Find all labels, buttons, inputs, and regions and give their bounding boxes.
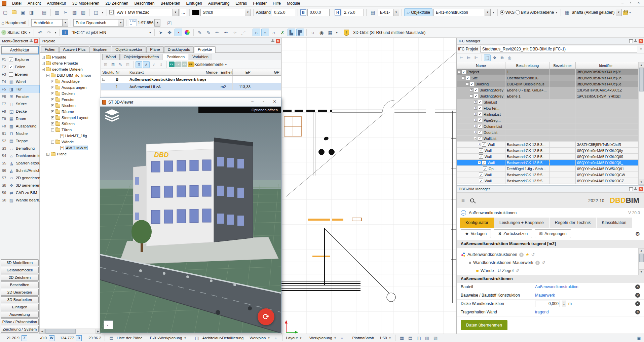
expander-icon[interactable]: +	[42, 56, 45, 59]
expander-icon[interactable]: −	[51, 141, 54, 144]
tab-regeln-der-technik[interactable]: Regeln der Technik	[550, 218, 596, 228]
detail-combo[interactable]: Architektur-Detaillierung Werkplan ▾	[202, 336, 270, 340]
chevron-down-icon[interactable]: ▼	[173, 9, 178, 16]
chevron-down-icon[interactable]: ▼	[62, 20, 68, 26]
expander-icon[interactable]: +	[474, 119, 477, 122]
sidebar-button-gel-ndemodell[interactable]: Geländemodell	[1, 267, 39, 273]
expander-icon[interactable]: +	[474, 113, 477, 116]
chevron-down-icon[interactable]: ▾	[299, 336, 302, 340]
pin-icon[interactable]	[634, 187, 638, 191]
expander-icon[interactable]: +	[51, 86, 54, 89]
column-header-gp[interactable]: GP	[252, 69, 281, 75]
undo-icon[interactable]: ↶	[36, 29, 44, 36]
expander-icon[interactable]: +	[51, 92, 54, 95]
sidebar-item-aussparung[interactable]: F0▩Aussparung	[0, 122, 39, 130]
lv-update-icon[interactable]: LV	[182, 62, 187, 67]
orbit-3d-icon[interactable]: ◔	[175, 29, 182, 36]
float-panel-icon[interactable]	[629, 187, 633, 191]
plugin-icon[interactable]: ❖	[491, 54, 498, 61]
lv-export-icon[interactable]: LV	[175, 62, 181, 67]
expander-icon[interactable]: +	[51, 104, 54, 107]
chevron-down-icon[interactable]: ▼	[485, 9, 490, 16]
add-icon[interactable]: +	[519, 253, 524, 257]
notifications-icon[interactable]: ▣	[636, 335, 642, 341]
layout-bar-icon[interactable]: ▙	[288, 29, 295, 36]
sidebar-item-schnitt-ansicht[interactable]: S6◭Schnitt/Ansicht	[0, 167, 39, 174]
column-header-menge[interactable]: Menge	[206, 69, 219, 75]
display-options-icon[interactable]: ▦	[327, 29, 334, 36]
tree-item-ge-ffnete-dateien[interactable]: −geöffnete Dateien	[40, 66, 101, 72]
field-value-link[interactable]: tragend	[535, 310, 549, 314]
folie-search-icon[interactable]: ▛	[296, 29, 304, 36]
sidebar-item-w-nde-bearb[interactable]: S0▨Wände bearb...	[0, 196, 39, 204]
axis-icon[interactable]: ✗	[279, 29, 287, 36]
menu-architektur[interactable]: Architektur	[44, 1, 69, 6]
expander-icon[interactable]: +	[470, 88, 473, 91]
layer-toggle-icon[interactable]: ▥	[424, 335, 430, 341]
pin-icon[interactable]	[271, 39, 275, 43]
remove-icon[interactable]: ✕	[635, 293, 640, 298]
tab-drucklayouts[interactable]: Drucklayouts	[164, 46, 194, 52]
menu-ansicht[interactable]: Ansicht	[25, 1, 44, 6]
sidebar-button-2d-zeichnen[interactable]: 2D Zeichnen	[1, 274, 39, 281]
field-value-link[interactable]: Mauerwerk	[535, 293, 555, 298]
scroll-thumb[interactable]	[45, 329, 76, 334]
ebenen-checkbox[interactable]	[9, 72, 13, 77]
werkplanung-settings-icon[interactable]: ▫	[339, 335, 345, 341]
chevron-down-icon[interactable]: ▾	[267, 336, 271, 340]
maximize-button[interactable]: ▫	[627, 0, 635, 6]
expander-icon[interactable]: −	[458, 70, 461, 73]
menu-fenster[interactable]: Fenster	[250, 1, 270, 6]
column-header-ep[interactable]: EP	[233, 69, 252, 75]
viewer-scene[interactable]: Optionen öffnen	[100, 107, 281, 333]
intersect-icon[interactable]: ◎	[506, 54, 513, 61]
config-tree-item-w-nde-u-ziegel[interactable]: Wände - U-Ziegel↺	[461, 267, 637, 275]
expander-icon[interactable]: +	[474, 107, 477, 110]
ifc-row-site[interactable]: −✓SiteOberfläche:5988163tBQWfoOb5fRMsT4l…	[457, 75, 638, 81]
tab-konfigurator[interactable]: Konfigurator	[460, 218, 494, 228]
ifc-row-wall[interactable]: ✓WallBasiswand:GK 12.5:5...0SQYYex0n4JA5…	[457, 172, 638, 178]
export-icon[interactable]: ◫	[92, 8, 100, 16]
home-icon[interactable]: ⌂	[1, 20, 4, 26]
visibility-checkbox[interactable]: ✓	[466, 76, 470, 80]
cut-icon[interactable]: ✂	[62, 8, 70, 16]
sidebar-button-pl-ne-pr-sentation[interactable]: Pläne / Präsentation	[1, 318, 39, 325]
pencil-hatch-icon[interactable]: ✏	[214, 29, 221, 36]
button-zur-cksetzen[interactable]: ✖Zurücksetzen	[494, 229, 532, 238]
expander-icon[interactable]: −	[102, 78, 105, 81]
chevron-down-icon[interactable]: ▾	[183, 336, 187, 340]
tab-klassifikation[interactable]: Klassifikation	[597, 218, 632, 228]
pan-icon[interactable]: ✥	[166, 29, 174, 36]
ifc-row-flowter[interactable]: +✓FlowTer...	[457, 105, 638, 111]
favorite-icon[interactable]: ★	[526, 252, 529, 257]
column-header-kurztext[interactable]: Kurztext	[128, 69, 206, 75]
button-anregungen[interactable]: ✉Anregungen	[535, 229, 571, 238]
lineweight-toggle-icon[interactable]: ▧	[432, 335, 439, 341]
bks-radio[interactable]	[516, 10, 520, 14]
scroll-down-icon[interactable]: ▼	[639, 180, 644, 185]
ifc-project-field[interactable]: Stadthaus_Revit2023_mit DBD-BIM.ifc (IFC…	[480, 46, 637, 52]
abstand-field[interactable]: 0.25.0	[272, 9, 295, 16]
sidebar-button-zeichnung-system[interactable]: Zeichnung / System	[1, 326, 39, 333]
eyedropper-icon[interactable]: ✒	[222, 29, 230, 36]
apply-data-button[interactable]: Daten übernehmen	[461, 320, 507, 330]
view-corner-icon[interactable]: ⌐	[104, 320, 113, 329]
ifc-row-wall[interactable]: −✓WallBasiswand:GK 12.5:5...0SQYYex0n4JA…	[457, 160, 638, 166]
folien-checkbox[interactable]: ✓	[9, 65, 13, 69]
magnet-point-icon[interactable]: ∩	[261, 29, 269, 36]
toolbar-overflow[interactable]: ▾	[101, 11, 104, 14]
tools-overflow[interactable]: ▾	[335, 31, 339, 34]
visibility-checkbox[interactable]: ✓	[479, 173, 483, 177]
style-checkbox[interactable]: ✓	[109, 10, 114, 14]
expander-icon[interactable]: +	[474, 131, 477, 134]
minimize-button[interactable]: –	[248, 99, 257, 105]
redo-icon[interactable]: ↷	[45, 29, 53, 36]
sidebar-item-2d-generieren[interactable]: S7▱2D generieren	[0, 174, 39, 182]
werkplanung-combo[interactable]: Werkplanung ▾	[309, 336, 337, 340]
menu-extras[interactable]: Extras	[232, 1, 250, 6]
move-down-icon[interactable]: ∨	[150, 61, 157, 68]
tab-folien[interactable]: Folien	[41, 46, 59, 52]
sidebar-item-cad-zu-bim[interactable]: S9⇄CAD zu BIM	[0, 189, 39, 196]
objektfolie-toggle[interactable]: ▱ Objektfolie	[404, 8, 432, 16]
undo-overflow[interactable]: ▾	[54, 31, 57, 34]
